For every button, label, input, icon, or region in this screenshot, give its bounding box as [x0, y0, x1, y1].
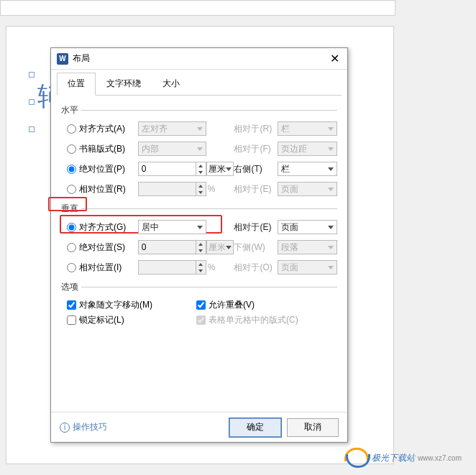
watermark-sub: www.xz7.com	[418, 454, 462, 462]
layout-dialog: W 布局 ✕ 位置 文字环绕 大小 水平 对齐方式(A) 左对齐 相对于(R) …	[50, 47, 348, 443]
watermark: 极光下载站 www.xz7.com	[344, 448, 462, 468]
chevron-down-icon	[328, 266, 334, 269]
rel-label: 下侧(W)	[234, 241, 277, 254]
rel-label: 相对于(O)	[234, 262, 277, 274]
chevron-down-icon	[328, 167, 334, 171]
v-rel-rel: 页面	[278, 260, 337, 275]
h-book-value: 内部	[138, 142, 206, 156]
h-book-radio[interactable]	[67, 144, 76, 154]
chevron-down-icon	[328, 127, 334, 131]
section-label: 选项	[61, 281, 78, 293]
selection-handle[interactable]	[29, 72, 35, 78]
rel-label: 右侧(T)	[234, 163, 277, 175]
chevron-down-icon	[197, 226, 203, 229]
h-align-row: 对齐方式(A) 左对齐 相对于(R) 栏	[61, 119, 337, 138]
spinner-up-icon	[196, 261, 206, 267]
dialog-content: 水平 对齐方式(A) 左对齐 相对于(R) 栏 书籍版式(B) 内部 相对于(F…	[51, 96, 347, 333]
tab-size[interactable]: 大小	[152, 73, 191, 95]
v-rel-spinner	[138, 260, 206, 275]
opt-allow-overlap[interactable]	[196, 300, 206, 310]
section-horizontal: 水平	[61, 104, 337, 116]
h-abs-rel[interactable]: 栏	[278, 162, 337, 176]
v-abs-rel: 段落	[278, 240, 337, 254]
radio-label: 绝对位置(P)	[79, 163, 125, 175]
app-icon: W	[57, 53, 68, 65]
chevron-down-icon	[328, 226, 334, 229]
help-link[interactable]: i操作技巧	[60, 421, 107, 433]
cancel-button[interactable]: 取消	[287, 418, 339, 437]
radio-label: 绝对位置(S)	[79, 241, 125, 254]
chevron-down-icon	[328, 246, 334, 249]
h-rel-spinner	[138, 182, 206, 196]
v-abs-spinner: 0	[138, 240, 206, 254]
v-rel-radio[interactable]	[67, 263, 76, 272]
checkbox-label: 表格单元格中的版式(C)	[209, 314, 298, 326]
rel-label: 相对于(F)	[234, 143, 277, 155]
tab-text-wrap[interactable]: 文字环绕	[96, 73, 152, 95]
h-book-row: 书籍版式(B) 内部 相对于(F) 页边距	[61, 139, 337, 158]
selection-handle[interactable]	[29, 126, 35, 132]
page-stub-top	[0, 0, 395, 16]
ok-button[interactable]: 确定	[229, 418, 281, 437]
rel-label: 相对于(E)	[234, 221, 277, 234]
h-abs-radio[interactable]	[67, 165, 76, 174]
chevron-down-icon	[226, 167, 232, 171]
radio-label: 相对位置(R)	[79, 183, 126, 195]
chevron-down-icon	[328, 188, 334, 191]
radio-label: 书籍版式(B)	[79, 143, 125, 155]
h-abs-unit[interactable]: 厘米	[206, 162, 234, 176]
v-align-value[interactable]: 居中	[138, 220, 206, 234]
v-align-row: 对齐方式(G) 居中 相对于(E) 页面	[61, 218, 337, 236]
h-align-radio[interactable]	[67, 124, 76, 134]
checkbox-label: 锁定标记(L)	[79, 314, 124, 326]
v-rel-row: 相对位置(I) % 相对于(O) 页面	[61, 258, 337, 277]
watermark-logo-icon	[344, 448, 367, 468]
opt-lock-anchor[interactable]	[67, 315, 76, 325]
section-options: 选项	[61, 281, 337, 293]
v-align-radio[interactable]	[67, 223, 76, 232]
chevron-down-icon	[226, 246, 232, 249]
spinner-up-icon	[196, 241, 206, 247]
spinner-up-icon	[196, 183, 206, 189]
spinner-down-icon	[196, 247, 206, 254]
h-rel-radio[interactable]	[67, 185, 76, 194]
checkbox-label: 允许重叠(V)	[209, 299, 255, 311]
section-label: 垂直	[61, 203, 78, 215]
opt-move-with-text[interactable]	[67, 300, 76, 310]
h-align-rel: 栏	[278, 121, 337, 136]
h-rel-rel: 页面	[278, 182, 337, 196]
v-abs-row: 绝对位置(S) 0 厘米 下侧(W) 段落	[61, 238, 337, 257]
titlebar[interactable]: W 布局 ✕	[51, 48, 347, 70]
chevron-down-icon	[197, 127, 203, 131]
spinner-down-icon	[196, 189, 206, 195]
chevron-down-icon	[197, 147, 203, 151]
h-abs-row: 绝对位置(P) 0 厘米 右侧(T) 栏	[61, 160, 337, 178]
section-label: 水平	[61, 104, 78, 116]
section-vertical: 垂直	[61, 203, 337, 215]
watermark-text: 极光下载站	[372, 452, 415, 464]
close-icon[interactable]: ✕	[327, 52, 342, 65]
rel-label: 相对于(E)	[234, 183, 277, 195]
spinner-down-icon	[196, 267, 206, 274]
h-align-value: 左对齐	[138, 121, 206, 136]
unit-label: %	[206, 262, 216, 272]
chevron-down-icon	[328, 147, 334, 151]
v-abs-unit: 厘米	[206, 240, 234, 254]
selection-handle[interactable]	[29, 99, 35, 105]
tab-position[interactable]: 位置	[57, 73, 96, 96]
v-align-rel[interactable]: 页面	[278, 220, 337, 234]
dialog-title: 布局	[73, 52, 327, 65]
rel-label: 相对于(R)	[234, 123, 277, 135]
spinner-down-icon[interactable]	[196, 169, 206, 175]
unit-label: %	[206, 184, 216, 194]
tab-bar: 位置 文字环绕 大小	[57, 73, 342, 96]
radio-label: 对齐方式(A)	[79, 123, 125, 135]
radio-label: 对齐方式(G)	[79, 221, 126, 234]
checkbox-label: 对象随文字移动(M)	[79, 299, 152, 311]
v-abs-radio[interactable]	[67, 243, 76, 252]
h-abs-spinner[interactable]: 0	[138, 162, 206, 176]
spinner-up-icon[interactable]	[196, 162, 206, 169]
opt-cell-layout	[196, 315, 206, 325]
h-book-rel: 页边距	[278, 142, 337, 156]
radio-label: 相对位置(I)	[79, 262, 122, 274]
